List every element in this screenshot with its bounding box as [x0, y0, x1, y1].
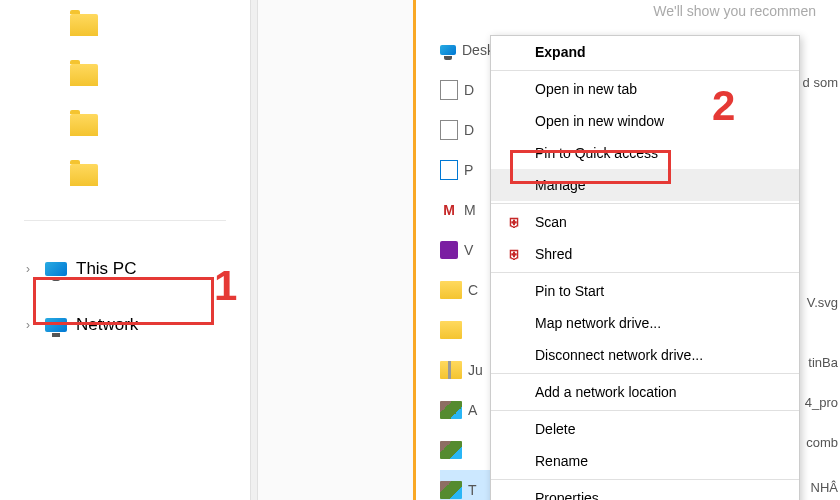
partial-text: 4_pro	[805, 395, 838, 410]
menu-separator	[491, 272, 799, 273]
menu-separator	[491, 479, 799, 480]
folder-icon	[70, 64, 98, 86]
nav-label: This PC	[76, 259, 136, 279]
chevron-right-icon: ›	[20, 318, 36, 332]
annotation-number-1: 1	[214, 262, 237, 310]
nav-this-pc[interactable]: › This PC	[0, 253, 250, 285]
folder-icon	[70, 164, 98, 186]
menu-properties[interactable]: Properties	[491, 482, 799, 500]
panel-border	[250, 0, 258, 500]
menu-pin-start[interactable]: Pin to Start	[491, 275, 799, 307]
folder-icon	[440, 321, 462, 339]
partial-text: NHÂ	[811, 480, 838, 495]
hint-text: We'll show you recommen	[653, 3, 816, 19]
nav-label: Network	[76, 315, 138, 335]
app-icon	[440, 241, 458, 259]
menu-map-drive[interactable]: Map network drive...	[491, 307, 799, 339]
network-icon	[45, 318, 67, 332]
image-thumb-icon	[440, 401, 462, 419]
partial-text: comb	[806, 435, 838, 450]
menu-open-new-tab[interactable]: Open in new tab	[491, 73, 799, 105]
menu-expand[interactable]: Expand	[491, 36, 799, 68]
menu-delete[interactable]: Delete	[491, 413, 799, 445]
menu-separator	[491, 70, 799, 71]
sidebar-divider	[24, 220, 226, 221]
menu-separator	[491, 203, 799, 204]
navigation-panel: › This PC › Network	[0, 0, 250, 500]
menu-manage[interactable]: Manage	[491, 169, 799, 201]
chevron-right-icon: ›	[20, 262, 36, 276]
folder-icon	[70, 114, 98, 136]
menu-separator	[491, 373, 799, 374]
menu-scan[interactable]: ⛨Scan	[491, 206, 799, 238]
monitor-icon	[45, 262, 67, 276]
partial-text: d som	[803, 75, 838, 90]
middle-panel	[258, 0, 413, 500]
zip-folder-icon	[440, 361, 462, 379]
monitor-icon	[440, 45, 456, 55]
file-icon	[440, 160, 458, 180]
nav-network[interactable]: › Network	[0, 309, 250, 341]
menu-rename[interactable]: Rename	[491, 445, 799, 477]
menu-pin-quick-access[interactable]: Pin to Quick access	[491, 137, 799, 169]
folder-shortcut[interactable]	[70, 0, 190, 50]
mcafee-icon: ⛨	[508, 247, 521, 262]
menu-open-new-window[interactable]: Open in new window	[491, 105, 799, 137]
folder-icon	[440, 281, 462, 299]
folder-shortcut[interactable]	[70, 100, 190, 150]
mcafee-icon: ⛨	[508, 215, 521, 230]
file-icon	[440, 80, 458, 100]
menu-separator	[491, 410, 799, 411]
partial-text: V.svg	[807, 295, 838, 310]
partial-text: tinBa	[808, 355, 838, 370]
menu-disconnect-drive[interactable]: Disconnect network drive...	[491, 339, 799, 371]
annotation-number-2: 2	[712, 82, 735, 130]
image-thumb-icon	[440, 441, 462, 459]
folder-shortcut[interactable]	[70, 150, 190, 200]
mcafee-icon: M	[440, 200, 458, 220]
menu-add-network-location[interactable]: Add a network location	[491, 376, 799, 408]
file-icon	[440, 120, 458, 140]
image-thumb-icon	[440, 481, 462, 499]
context-menu: Expand Open in new tab Open in new windo…	[490, 35, 800, 500]
menu-shred[interactable]: ⛨Shred	[491, 238, 799, 270]
folder-shortcuts	[0, 0, 250, 210]
folder-icon	[70, 14, 98, 36]
folder-shortcut[interactable]	[70, 50, 190, 100]
